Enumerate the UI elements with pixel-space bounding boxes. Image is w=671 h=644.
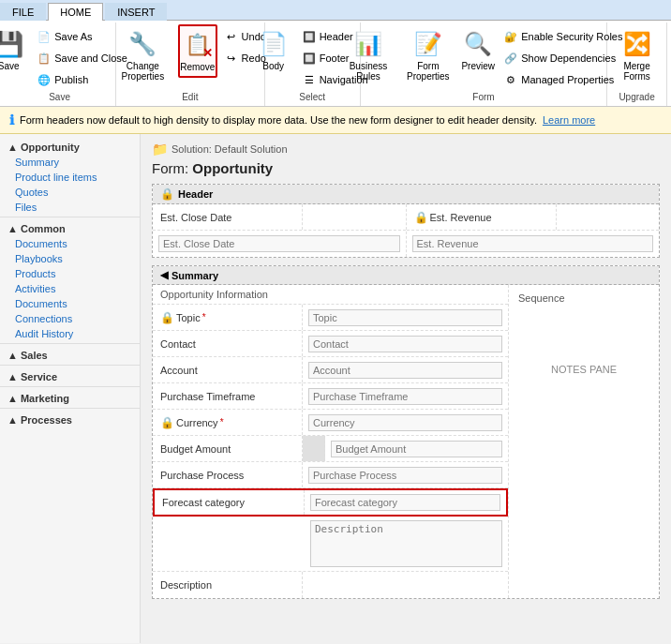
ribbon-group-upgrade-content: 🔀 Merge Forms — [613, 24, 661, 90]
remove-button[interactable]: 📋 ✕ Remove — [178, 24, 217, 78]
purchase-timeframe-input[interactable] — [308, 388, 502, 405]
body-button[interactable]: 📄 Body — [252, 24, 295, 76]
merge-forms-button[interactable]: 🔀 Merge Forms — [613, 24, 661, 86]
nav-section-marketing[interactable]: ▲ Marketing — [0, 389, 140, 406]
info-icon: ℹ — [9, 112, 14, 127]
budget-amount-field — [325, 436, 508, 461]
save-group-label: Save — [49, 90, 70, 104]
nav-section-service[interactable]: ▲ Service — [0, 367, 140, 384]
change-properties-button[interactable]: 🔧 Change Properties — [110, 24, 176, 86]
nav-item-playbooks[interactable]: Playbooks — [0, 251, 140, 266]
contact-row: Contact — [153, 331, 508, 357]
est-revenue-lock-icon: 🔒 — [414, 211, 428, 224]
nav-section-sales[interactable]: ▲ Sales — [0, 346, 140, 363]
topic-input[interactable] — [308, 309, 502, 326]
est-close-date-input[interactable] — [158, 235, 400, 252]
account-row: Account — [153, 357, 508, 383]
purchase-process-row: Purchase Process — [153, 462, 508, 488]
nav-section-opportunity[interactable]: ▲ Opportunity — [0, 138, 140, 155]
est-revenue-input[interactable] — [412, 235, 654, 252]
security-icon: 🔐 — [503, 29, 518, 44]
upgrade-group-label: Upgrade — [619, 90, 654, 104]
budget-checkbox[interactable] — [303, 436, 325, 461]
info-bar: ℹ Form headers now default to high densi… — [0, 107, 671, 134]
ribbon-group-save: 💾 Save 📄 Save As 📋 Save and Close 🌐 Publ… — [4, 22, 116, 106]
business-rules-button[interactable]: 📊 Business Rules — [340, 24, 397, 86]
nav-item-files[interactable]: Files — [0, 200, 140, 215]
opportunity-arrow: ▲ — [7, 142, 18, 153]
summary-arrow-icon: ◀ — [160, 269, 168, 281]
nav-section-processes[interactable]: ▲ Processes — [0, 411, 140, 427]
form-properties-icon: 📝 — [413, 29, 443, 59]
summary-right: Sequence NOTES PANE — [509, 285, 659, 598]
preview-button[interactable]: 🔍 Preview — [459, 24, 497, 76]
learn-more-link[interactable]: Learn more — [543, 114, 595, 126]
tab-home[interactable]: HOME — [48, 3, 103, 21]
form-name: Opportunity — [192, 160, 273, 176]
marketing-arrow: ▲ — [7, 393, 18, 404]
nav-item-quotes[interactable]: Quotes — [0, 185, 140, 200]
nav-item-activities[interactable]: Activities — [0, 281, 140, 296]
main-area: ▲ Opportunity Summary Product line items… — [0, 134, 671, 643]
account-input[interactable] — [308, 362, 502, 379]
ribbon-group-form: 📊 Business Rules 📝 Form Properties 🔍 Pre… — [361, 22, 607, 106]
notes-pane-label: NOTES PANE — [551, 364, 617, 375]
save-close-icon: 📋 — [37, 51, 52, 66]
topic-lock-icon: 🔒 — [160, 311, 174, 324]
nav-section-common[interactable]: ▲ Common — [0, 219, 140, 236]
est-revenue-label: 🔒 Est. Revenue — [407, 204, 557, 230]
tab-file[interactable]: FILE — [0, 3, 46, 21]
nav-item-product-line-items[interactable]: Product line items — [0, 170, 140, 185]
save-button-label: Save — [0, 61, 20, 71]
contact-field — [303, 331, 508, 356]
currency-input[interactable] — [308, 414, 502, 431]
purchase-timeframe-row: Purchase Timeframe — [153, 383, 508, 410]
form-properties-label: Form Properties — [405, 61, 451, 82]
nav-item-products[interactable]: Products — [0, 266, 140, 281]
notes-pane-area: NOTES PANE — [513, 307, 655, 431]
budget-amount-label: Budget Amount — [153, 436, 303, 461]
save-button[interactable]: 💾 Save — [0, 24, 30, 76]
solution-path: 📁 Solution: Default Solution — [152, 142, 660, 157]
header-col-left: Est. Close Date — [153, 204, 407, 257]
form-properties-button[interactable]: 📝 Form Properties — [398, 24, 457, 86]
est-close-date-field — [153, 231, 406, 257]
description-row: Description — [153, 572, 508, 598]
purchase-process-input[interactable] — [308, 467, 502, 484]
form-group-label: Form — [472, 90, 494, 104]
nav-item-audit-history[interactable]: Audit History — [0, 326, 140, 341]
ribbon-group-upgrade: 🔀 Merge Forms Upgrade — [607, 22, 667, 106]
change-properties-icon: 🔧 — [127, 29, 157, 59]
nav-item-documents-1[interactable]: Documents — [0, 236, 140, 251]
nav-item-summary[interactable]: Summary — [0, 155, 140, 170]
account-label: Account — [153, 357, 303, 382]
forecast-category-input[interactable] — [310, 494, 500, 511]
preview-label: Preview — [461, 61, 495, 71]
business-rules-icon: 📊 — [353, 29, 383, 59]
common-arrow: ▲ — [7, 223, 18, 234]
purchase-timeframe-label: Purchase Timeframe — [153, 383, 303, 409]
contact-input[interactable] — [308, 336, 502, 352]
preview-icon: 🔍 — [463, 29, 493, 59]
topic-required: * — [202, 312, 206, 322]
summary-left: Opportunity Information 🔒 Topic * — [153, 285, 509, 598]
nav-divider-4 — [0, 386, 140, 387]
sales-arrow: ▲ — [7, 350, 18, 361]
description-text-area[interactable] — [310, 520, 502, 567]
est-revenue-field-row — [407, 231, 660, 257]
budget-amount-row: Budget Amount — [153, 436, 508, 462]
solution-path-text: Solution: Default Solution — [171, 143, 288, 155]
tab-insert[interactable]: INSERT — [105, 3, 167, 21]
forecast-category-row: Forecast category — [153, 488, 508, 517]
merge-forms-label: Merge Forms — [619, 61, 654, 82]
purchase-process-field — [303, 462, 508, 487]
dependencies-icon: 🔗 — [503, 51, 518, 66]
header-section-title: 🔒 Header — [153, 185, 659, 204]
business-rules-label: Business Rules — [347, 61, 391, 82]
header-icon: 🔲 — [302, 29, 317, 44]
nav-item-documents-2[interactable]: Documents — [0, 296, 140, 311]
nav-item-connections[interactable]: Connections — [0, 311, 140, 326]
undo-icon: ↩ — [224, 29, 239, 44]
ribbon-group-form-content: 📊 Business Rules 📝 Form Properties 🔍 Pre… — [340, 24, 628, 90]
budget-amount-input[interactable] — [331, 441, 502, 457]
